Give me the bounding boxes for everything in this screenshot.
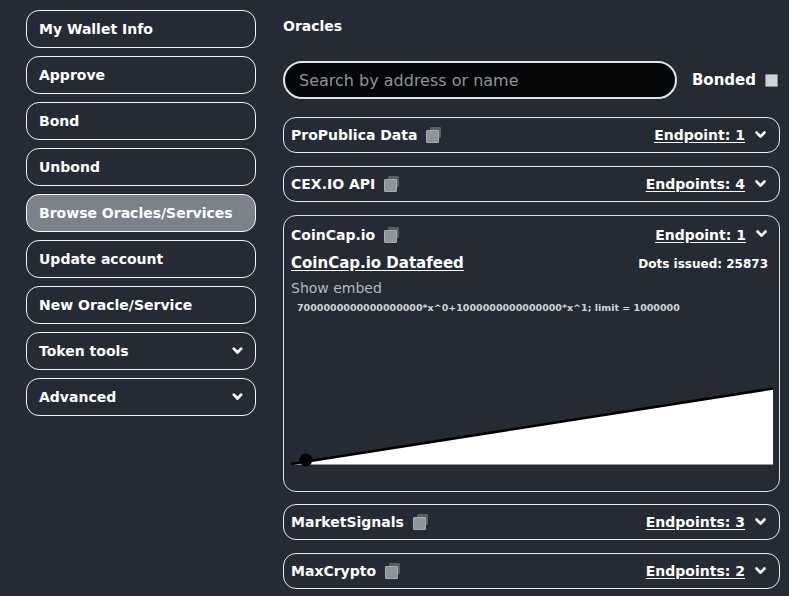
copy-icon[interactable] — [413, 514, 428, 530]
chevron-down-icon — [232, 343, 243, 359]
copy-icon[interactable] — [384, 227, 399, 243]
chevron-down-icon[interactable] — [755, 225, 768, 244]
search-input[interactable] — [283, 61, 677, 99]
chevron-down-icon[interactable] — [754, 513, 767, 532]
dots-issued: Dots issued: 25873 — [638, 257, 768, 271]
endpoint-link[interactable]: Endpoints: 2 — [646, 563, 745, 579]
chevron-down-icon[interactable] — [754, 562, 767, 581]
sidebar-item-approve[interactable]: Approve — [26, 56, 256, 94]
sidebar-item-unbond[interactable]: Unbond — [26, 148, 256, 186]
row-right: Endpoints: 2 — [646, 562, 767, 581]
chevron-down-icon[interactable] — [754, 126, 767, 145]
oracle-row-propublica-data: ProPublica Data Endpoint: 1 — [283, 117, 780, 153]
bonded-label: Bonded — [692, 71, 756, 89]
row-right: Endpoint: 1 — [655, 225, 768, 244]
sidebar-item-token-tools[interactable]: Token tools — [26, 332, 256, 370]
oracle-list: ProPublica Data Endpoint: 1 CEX.IO API E… — [283, 117, 780, 589]
sidebar-item-update-account[interactable]: Update account — [26, 240, 256, 278]
oracle-name: MarketSignals — [291, 514, 404, 530]
sidebar-item-label: Update account — [39, 251, 163, 267]
app-layout: My Wallet Info Approve Bond Unbond Brows… — [0, 0, 789, 596]
sidebar: My Wallet Info Approve Bond Unbond Brows… — [26, 10, 256, 596]
bonded-filter: Bonded — [692, 71, 780, 89]
sidebar-item-label: Unbond — [39, 159, 100, 175]
oracle-card-coincap-io: CoinCap.io Endpoint: 1 CoinCap.io Datafe… — [283, 215, 780, 492]
endpoint-link[interactable]: Endpoints: 3 — [646, 514, 745, 530]
sidebar-item-new-oracle-service[interactable]: New Oracle/Service — [26, 286, 256, 324]
endpoint-link[interactable]: Endpoints: 4 — [646, 176, 745, 192]
oracles-panel: Oracles Bonded ProPublica Data Endpoint:… — [283, 10, 780, 596]
sidebar-item-my-wallet-info[interactable]: My Wallet Info — [26, 10, 256, 48]
oracle-name: ProPublica Data — [291, 127, 417, 143]
search-row: Bonded — [283, 61, 780, 99]
sidebar-item-label: Browse Oracles/Services — [39, 205, 233, 221]
show-embed-toggle[interactable]: Show embed — [291, 280, 773, 296]
oracle-row-cexio-api: CEX.IO API Endpoints: 4 — [283, 166, 780, 202]
chevron-down-icon[interactable] — [754, 175, 767, 194]
oracle-name: MaxCrypto — [291, 563, 376, 579]
copy-icon[interactable] — [385, 563, 400, 579]
chevron-down-icon — [232, 389, 243, 405]
bonding-curve-chart — [291, 317, 773, 467]
copy-icon[interactable] — [426, 127, 441, 143]
sidebar-item-label: My Wallet Info — [39, 21, 153, 37]
endpoint-link[interactable]: Endpoint: 1 — [655, 227, 746, 243]
sidebar-item-advanced[interactable]: Advanced — [26, 378, 256, 416]
row-right: Endpoint: 1 — [654, 126, 767, 145]
oracle-name: CEX.IO API — [291, 176, 375, 192]
curve-start-dot — [299, 453, 312, 466]
endpoint-link[interactable]: Endpoint: 1 — [654, 127, 745, 143]
oracle-row-marketsignals: MarketSignals Endpoints: 3 — [283, 504, 780, 540]
curve-formula: 7000000000000000000*x^0+1000000000000000… — [297, 302, 773, 313]
sidebar-item-label: Advanced — [39, 389, 116, 405]
bonded-checkbox[interactable] — [765, 74, 778, 87]
datafeed-link[interactable]: CoinCap.io Datafeed — [291, 254, 464, 272]
sidebar-item-label: Bond — [39, 113, 79, 129]
oracle-name: CoinCap.io — [291, 227, 375, 243]
sidebar-item-bond[interactable]: Bond — [26, 102, 256, 140]
row-right: Endpoints: 4 — [646, 175, 767, 194]
card-header: CoinCap.io Endpoint: 1 — [291, 225, 773, 244]
row-right: Endpoints: 3 — [646, 513, 767, 532]
page-title: Oracles — [283, 18, 780, 34]
copy-icon[interactable] — [384, 176, 399, 192]
oracle-row-maxcrypto: MaxCrypto Endpoints: 2 — [283, 553, 780, 589]
sidebar-item-label: Approve — [39, 67, 105, 83]
sidebar-item-label: New Oracle/Service — [39, 297, 192, 313]
sidebar-item-browse-oracles-services[interactable]: Browse Oracles/Services — [26, 194, 256, 232]
sidebar-item-label: Token tools — [39, 343, 129, 359]
datafeed-row: CoinCap.io Datafeed Dots issued: 25873 — [291, 254, 773, 272]
